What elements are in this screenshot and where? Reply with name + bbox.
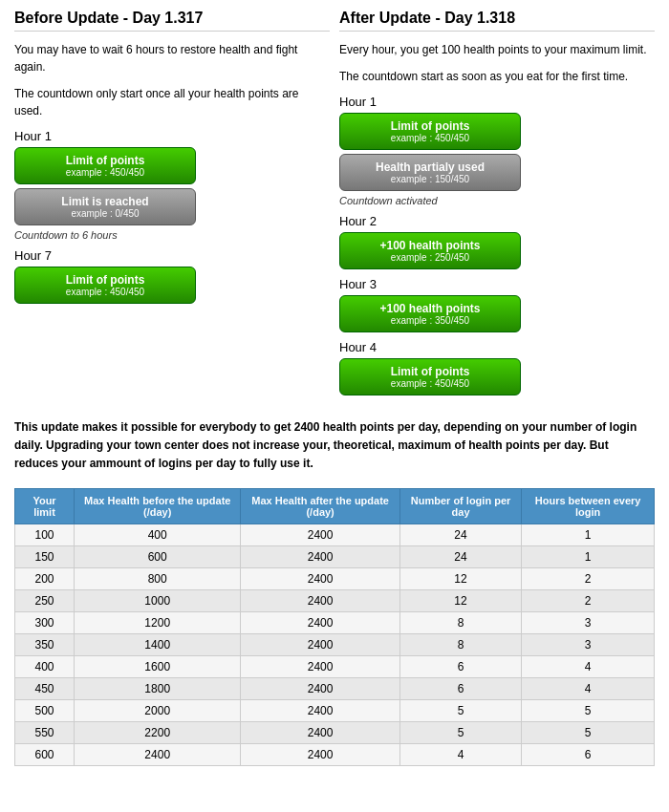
table-cell: 8: [399, 611, 521, 633]
table-cell: 2400: [241, 721, 399, 743]
table-row: 25010002400122: [15, 589, 655, 611]
table-cell: 1800: [75, 677, 241, 699]
table-header-row: Your limit Max Health before the update …: [15, 488, 655, 524]
right-btn5-label: Limit of points: [348, 365, 512, 378]
right-btn1-sub: example : 450/450: [348, 133, 512, 143]
table-cell: 6: [399, 677, 521, 699]
table-cell: 1000: [75, 589, 241, 611]
left-hour7-label: Hour 7: [14, 248, 330, 263]
table-cell: 1600: [75, 655, 241, 677]
th-your-limit: Your limit: [15, 488, 75, 524]
table-cell: 2200: [75, 721, 241, 743]
table-cell: 450: [15, 677, 75, 699]
table-cell: 3: [522, 611, 655, 633]
table-cell: 400: [75, 524, 241, 545]
table-cell: 8: [399, 633, 521, 655]
right-title: After Update - Day 1.318: [339, 10, 655, 32]
table-cell: 2400: [241, 633, 399, 655]
table-cell: 400: [15, 655, 75, 677]
left-btn2-sub: example : 0/450: [23, 208, 187, 219]
table-cell: 12: [399, 567, 521, 589]
table-cell: 12: [399, 589, 521, 611]
table-cell: 2: [522, 589, 655, 611]
left-countdown: Countdown to 6 hours: [14, 229, 330, 241]
table-cell: 2: [522, 567, 655, 589]
table-cell: 600: [75, 545, 241, 567]
table-row: 4001600240064: [15, 655, 655, 677]
th-max-health-before: Max Health before the update (/day): [75, 488, 241, 524]
right-desc1: Every hour, you get 100 health points to…: [339, 41, 655, 58]
left-title: Before Update - Day 1.317: [14, 10, 330, 32]
table-cell: 2400: [241, 677, 399, 699]
right-btn4[interactable]: +100 health points example : 350/450: [339, 295, 521, 332]
right-hour3-label: Hour 3: [339, 277, 655, 291]
table-row: 2008002400122: [15, 567, 655, 589]
right-btn2-label: Health partialy used: [348, 160, 512, 174]
table-cell: 2400: [241, 743, 399, 765]
table-row: 6002400240046: [15, 743, 655, 765]
table-cell: 1200: [75, 611, 241, 633]
stats-table: Your limit Max Health before the update …: [14, 488, 655, 766]
left-btn3[interactable]: Limit of points example : 450/450: [14, 267, 196, 304]
right-btn5-sub: example : 450/450: [348, 378, 512, 389]
right-btn2[interactable]: Health partialy used example : 150/450: [339, 154, 521, 191]
right-btn3[interactable]: +100 health points example : 250/450: [339, 232, 521, 269]
table-body: 1004002400241150600240024120080024001222…: [15, 524, 655, 765]
table-cell: 2400: [241, 699, 399, 721]
right-btn4-sub: example : 350/450: [348, 315, 512, 326]
table-row: 1004002400241: [15, 524, 655, 545]
right-btn1-label: Limit of points: [348, 119, 512, 133]
th-login-per-day: Number of login per day: [399, 488, 521, 524]
table-cell: 100: [15, 524, 75, 545]
table-cell: 3: [522, 633, 655, 655]
main-container: Before Update - Day 1.317 You may have t…: [0, 0, 669, 776]
table-cell: 2400: [241, 611, 399, 633]
table-cell: 600: [15, 743, 75, 765]
table-cell: 500: [15, 699, 75, 721]
table-cell: 250: [15, 589, 75, 611]
left-btn2-label: Limit is reached: [23, 195, 187, 208]
table-cell: 150: [15, 545, 75, 567]
table-cell: 200: [15, 567, 75, 589]
left-column: Before Update - Day 1.317 You may have t…: [14, 10, 330, 399]
right-hour4-label: Hour 4: [339, 340, 655, 354]
table-cell: 2400: [241, 524, 399, 545]
table-row: 5002000240055: [15, 699, 655, 721]
table-row: 1506002400241: [15, 545, 655, 567]
left-btn3-label: Limit of points: [23, 273, 187, 287]
th-max-health-after: Max Health after the update (/day): [241, 488, 399, 524]
table-cell: 24: [399, 545, 521, 567]
right-btn5[interactable]: Limit of points example : 450/450: [339, 358, 521, 395]
table-cell: 1: [522, 545, 655, 567]
th-hours-between: Hours between every login: [522, 488, 655, 524]
right-hour1-label: Hour 1: [339, 95, 655, 109]
right-desc2: The countdown start as soon as you eat f…: [339, 68, 655, 85]
right-btn3-label: +100 health points: [348, 239, 512, 252]
left-desc2: The countdown only start once all your h…: [14, 85, 330, 119]
summary-text: This update makes it possible for everyb…: [14, 418, 655, 474]
table-cell: 6: [399, 655, 521, 677]
right-btn1[interactable]: Limit of points example : 450/450: [339, 113, 521, 150]
table-cell: 24: [399, 524, 521, 545]
left-desc1: You may have to wait 6 hours to restore …: [14, 41, 330, 75]
table-cell: 1400: [75, 633, 241, 655]
table-cell: 5: [399, 721, 521, 743]
table-cell: 2000: [75, 699, 241, 721]
table-row: 5502200240055: [15, 721, 655, 743]
table-cell: 5: [522, 721, 655, 743]
table-cell: 350: [15, 633, 75, 655]
table-cell: 6: [522, 743, 655, 765]
left-btn2[interactable]: Limit is reached example : 0/450: [14, 188, 196, 225]
table-cell: 2400: [241, 655, 399, 677]
table-cell: 2400: [241, 567, 399, 589]
table-row: 4501800240064: [15, 677, 655, 699]
table-cell: 550: [15, 721, 75, 743]
left-btn1[interactable]: Limit of points example : 450/450: [14, 147, 196, 184]
table-cell: 300: [15, 611, 75, 633]
table-cell: 2400: [241, 545, 399, 567]
left-btn3-sub: example : 450/450: [23, 287, 187, 297]
right-btn4-label: +100 health points: [348, 302, 512, 315]
table-cell: 2400: [75, 743, 241, 765]
table-cell: 1: [522, 524, 655, 545]
table-cell: 5: [399, 699, 521, 721]
